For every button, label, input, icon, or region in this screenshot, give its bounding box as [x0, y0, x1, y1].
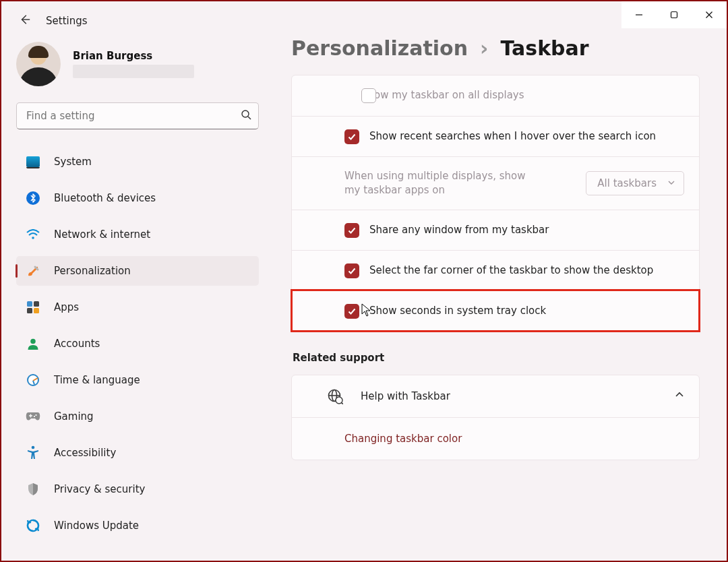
- maximize-button[interactable]: [657, 1, 692, 28]
- breadcrumb-parent[interactable]: Personalization: [291, 36, 468, 60]
- back-button[interactable]: [19, 13, 31, 28]
- svg-rect-12: [30, 414, 31, 418]
- setting-label: Share any window from my taskbar: [369, 223, 684, 237]
- avatar: [16, 42, 61, 86]
- nav-label: System: [54, 156, 92, 168]
- taskbar-apps-dropdown[interactable]: All taskbars: [586, 171, 684, 195]
- related-support-panel: Help with Taskbar Changing taskbar color: [291, 375, 700, 460]
- nav-label: Bluetooth & devices: [54, 192, 156, 204]
- checkbox-off-icon[interactable]: [361, 88, 376, 103]
- nav-label: Personalization: [54, 265, 131, 277]
- nav-update[interactable]: Windows Update: [16, 511, 259, 540]
- setting-show-seconds[interactable]: Show seconds in system tray clock: [292, 290, 699, 331]
- wifi-icon: [26, 227, 40, 242]
- checkbox-on-icon[interactable]: [344, 304, 359, 319]
- search-input[interactable]: [26, 110, 241, 122]
- nav-label: Privacy & security: [54, 483, 145, 495]
- search-box[interactable]: [16, 102, 259, 129]
- nav-label: Apps: [54, 301, 79, 313]
- person-icon: [26, 336, 40, 351]
- nav-label: Network & internet: [54, 228, 150, 241]
- clock-icon: [26, 373, 40, 387]
- checkbox-on-icon[interactable]: [344, 129, 359, 144]
- window-controls: [621, 1, 727, 28]
- svg-rect-1: [671, 12, 677, 18]
- globe-help-icon: [327, 388, 343, 404]
- nav-network[interactable]: Network & internet: [16, 220, 259, 249]
- nav-accessibility[interactable]: Accessibility: [16, 438, 259, 468]
- setting-share-window[interactable]: Share any window from my taskbar: [292, 210, 699, 250]
- nav-label: Accessibility: [54, 447, 116, 459]
- paintbrush-icon: [26, 263, 40, 278]
- svg-line-6: [248, 117, 251, 119]
- checkbox-on-icon[interactable]: [344, 223, 359, 238]
- nav-label: Time & language: [54, 374, 140, 386]
- accessibility-icon: [26, 445, 40, 460]
- setting-multi-display: When using multiple displays, show my ta…: [292, 156, 699, 210]
- apps-icon: [26, 300, 40, 315]
- help-link-label: Changing taskbar color: [344, 433, 462, 445]
- breadcrumb: Personalization › Taskbar: [291, 36, 700, 75]
- setting-label: Show recent searches when I hover over t…: [369, 129, 684, 144]
- svg-point-8: [30, 339, 36, 344]
- svg-point-9: [35, 414, 36, 416]
- svg-point-7: [32, 237, 34, 239]
- nav-apps[interactable]: Apps: [16, 292, 259, 322]
- system-icon: [26, 154, 40, 169]
- setting-recent-searches[interactable]: Show recent searches when I hover over t…: [292, 116, 699, 156]
- setting-show-all-displays[interactable]: Show my taskbar on all displays: [292, 75, 699, 116]
- nav-accounts[interactable]: Accounts: [16, 329, 259, 358]
- chevron-down-icon: [667, 177, 675, 189]
- nav-label: Windows Update: [54, 520, 139, 532]
- nav-system[interactable]: System: [16, 147, 259, 177]
- help-link-taskbar-color[interactable]: Changing taskbar color: [292, 417, 699, 460]
- gamepad-icon: [26, 409, 40, 424]
- checkbox-on-icon[interactable]: [344, 263, 359, 278]
- setting-label: Show seconds in system tray clock: [369, 304, 684, 318]
- nav-label: Accounts: [54, 338, 100, 350]
- breadcrumb-current: Taskbar: [500, 36, 588, 60]
- svg-point-5: [242, 111, 249, 117]
- settings-panel: Show my taskbar on all displays Show rec…: [291, 75, 700, 332]
- app-header: Settings: [1, 1, 727, 28]
- help-with-taskbar[interactable]: Help with Taskbar: [292, 375, 699, 417]
- setting-label: Select the far corner of the taskbar to …: [369, 263, 684, 278]
- close-button[interactable]: [692, 1, 727, 28]
- svg-line-18: [342, 403, 344, 405]
- user-email-hidden: [73, 65, 194, 78]
- nav-privacy[interactable]: Privacy & security: [16, 474, 259, 504]
- nav-list: System Bluetooth & devices Network & int…: [16, 147, 259, 540]
- main-content: Personalization › Taskbar Show my taskba…: [271, 28, 727, 554]
- chevron-up-icon[interactable]: [675, 390, 684, 402]
- nav-label: Gaming: [54, 410, 94, 423]
- user-name: Brian Burgess: [73, 50, 194, 62]
- nav-bluetooth[interactable]: Bluetooth & devices: [16, 183, 259, 213]
- update-icon: [26, 518, 40, 533]
- minimize-button[interactable]: [621, 1, 657, 28]
- nav-personalization[interactable]: Personalization: [16, 256, 259, 286]
- shield-icon: [26, 482, 40, 497]
- user-profile[interactable]: Brian Burgess: [16, 35, 259, 102]
- app-title: Settings: [46, 15, 88, 27]
- sidebar: Brian Burgess System Bluetooth & devices…: [1, 28, 271, 554]
- related-support-title: Related support: [291, 332, 700, 375]
- setting-label: When using multiple displays, show my ta…: [344, 169, 533, 197]
- setting-far-corner[interactable]: Select the far corner of the taskbar to …: [292, 250, 699, 290]
- search-icon: [241, 109, 251, 123]
- nav-gaming[interactable]: Gaming: [16, 402, 259, 431]
- setting-label: Show my taskbar on all displays: [361, 88, 684, 102]
- dropdown-value: All taskbars: [597, 177, 657, 189]
- svg-point-13: [32, 446, 35, 449]
- help-label: Help with Taskbar: [361, 390, 450, 402]
- bluetooth-icon: [26, 191, 40, 206]
- svg-point-10: [34, 416, 35, 417]
- nav-time[interactable]: Time & language: [16, 365, 259, 395]
- chevron-right-icon: ›: [480, 36, 488, 60]
